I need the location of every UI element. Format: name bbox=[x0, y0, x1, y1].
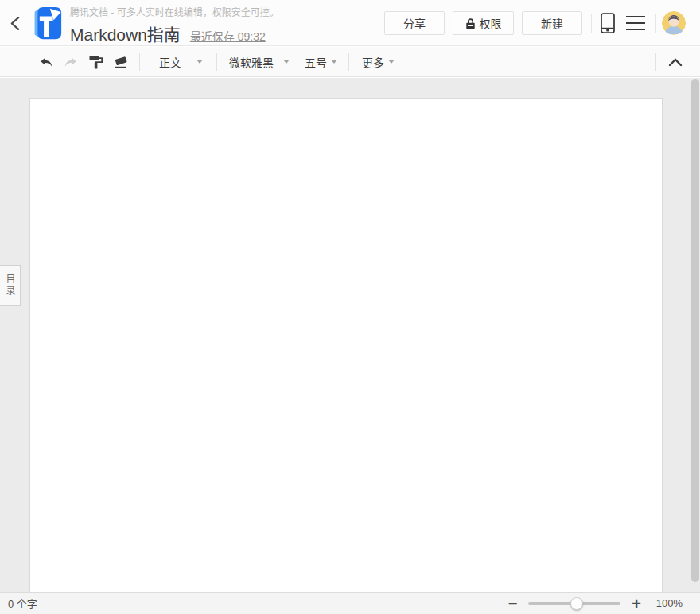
format-painter-icon[interactable] bbox=[88, 54, 104, 70]
chevron-down-icon bbox=[331, 60, 337, 64]
document-page[interactable] bbox=[29, 98, 663, 592]
vertical-scrollbar[interactable] bbox=[691, 79, 699, 582]
toc-label: 目录 bbox=[3, 274, 17, 297]
zoom-out-button[interactable]: − bbox=[508, 596, 518, 612]
toolbar-divider bbox=[655, 53, 656, 71]
font-family-dropdown[interactable]: 微软雅黑 bbox=[229, 54, 290, 70]
user-avatar[interactable] bbox=[662, 11, 686, 35]
zoom-in-button[interactable]: + bbox=[632, 596, 641, 612]
permission-button[interactable]: 权限 bbox=[453, 11, 514, 35]
document-title[interactable]: Markdown指南 bbox=[70, 21, 181, 45]
tencent-docs-logo-icon bbox=[27, 5, 64, 41]
app-tagline: 腾讯文档 - 可多人实时在线编辑，权限安全可控。 bbox=[70, 7, 279, 18]
paragraph-style-dropdown[interactable]: 正文 bbox=[159, 54, 203, 70]
more-tools-label: 更多 bbox=[362, 54, 384, 70]
undo-icon[interactable] bbox=[38, 55, 53, 69]
font-family-value: 微软雅黑 bbox=[229, 54, 274, 70]
collapse-toolbar-chevron-up-icon[interactable] bbox=[668, 57, 682, 67]
last-saved-link[interactable]: 最近保存 09:32 bbox=[190, 28, 266, 44]
menu-icon[interactable] bbox=[626, 16, 645, 30]
new-document-button[interactable]: 新建 bbox=[522, 11, 582, 35]
app-header: 腾讯文档 - 可多人实时在线编辑，权限安全可控。 Markdown指南 最近保存… bbox=[0, 0, 700, 46]
format-toolbar: 正文 微软雅黑 五号 更多 bbox=[0, 47, 700, 77]
redo-icon[interactable] bbox=[64, 55, 79, 69]
header-actions: 分享 权限 新建 bbox=[384, 11, 686, 35]
zoom-slider[interactable] bbox=[528, 602, 620, 605]
toc-tab[interactable]: 目录 bbox=[0, 265, 21, 306]
editor-area: 目录 bbox=[0, 78, 700, 592]
back-icon[interactable] bbox=[8, 15, 22, 32]
word-count: 0 个字 bbox=[8, 596, 37, 611]
font-size-value: 五号 bbox=[305, 54, 327, 70]
toolbar-divider bbox=[348, 53, 349, 71]
status-bar: 0 个字 − + 100% bbox=[0, 592, 700, 614]
header-divider bbox=[655, 14, 656, 33]
zoom-level: 100% bbox=[654, 597, 682, 609]
mobile-phone-icon[interactable] bbox=[601, 13, 615, 33]
paragraph-style-value: 正文 bbox=[159, 54, 181, 70]
chevron-down-icon bbox=[388, 60, 395, 64]
lock-icon bbox=[465, 17, 476, 29]
chevron-down-icon bbox=[196, 60, 203, 64]
header-divider bbox=[591, 14, 592, 33]
toolbar-divider bbox=[139, 53, 140, 71]
font-size-dropdown[interactable]: 五号 bbox=[305, 54, 337, 70]
zoom-slider-handle[interactable] bbox=[570, 597, 583, 610]
chevron-down-icon bbox=[283, 60, 290, 64]
permission-label: 权限 bbox=[480, 15, 502, 31]
share-button[interactable]: 分享 bbox=[384, 11, 445, 35]
more-tools-dropdown[interactable]: 更多 bbox=[362, 54, 395, 70]
document-title-block: 腾讯文档 - 可多人实时在线编辑，权限安全可控。 Markdown指南 最近保存… bbox=[70, 7, 279, 45]
clear-format-icon[interactable] bbox=[112, 54, 130, 70]
toolbar-divider bbox=[216, 53, 217, 71]
